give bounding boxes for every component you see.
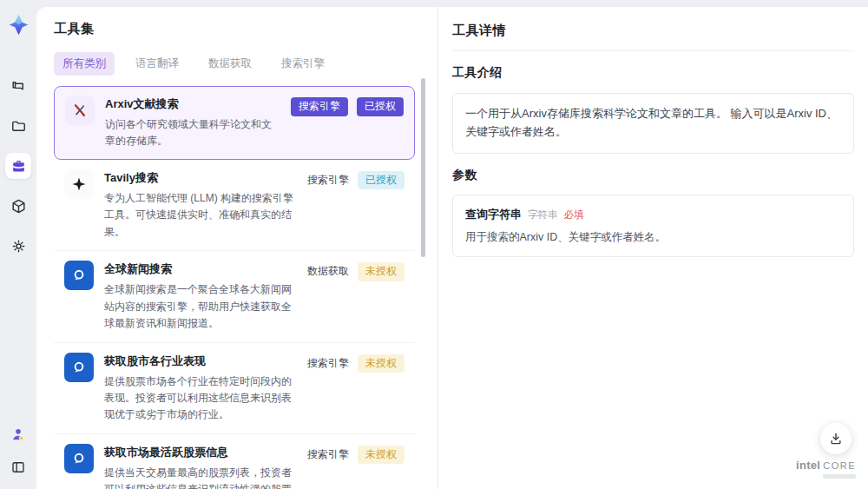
arxiv-logo-icon — [65, 96, 95, 125]
gear-icon[interactable] — [5, 233, 31, 259]
tool-name: 获取市场最活跃股票信息 — [104, 445, 297, 460]
page-title: 工具集 — [54, 21, 415, 37]
app-logo-icon[interactable] — [6, 12, 30, 36]
tool-name: 获取股市各行业表现 — [104, 354, 297, 369]
auth-status-badge: 未授权 — [358, 446, 404, 465]
brand-sub-badge — [823, 474, 856, 479]
parameter-type: 字符串 — [528, 208, 558, 221]
tool-details-panel: 工具详情 工具介绍 一个用于从Arxiv存储库搜索科学论文和文章的工具。 输入可… — [438, 7, 868, 489]
core-wordmark: CORE — [823, 460, 856, 471]
tool-intro-text: 一个用于从Arxiv存储库搜索科学论文和文章的工具。 输入可以是Arxiv ID… — [452, 93, 854, 154]
chat-icon[interactable] — [5, 73, 31, 99]
news-search-icon — [64, 261, 94, 290]
folder-icon[interactable] — [5, 113, 31, 139]
tool-item-tavily[interactable]: Tavily搜索 专为人工智能代理 (LLM) 构建的搜索引擎工具。可快速提供实… — [54, 160, 415, 251]
category-tabs: 所有类别 语言翻译 数据获取 搜索引擎 — [54, 52, 415, 76]
tool-item-global-news[interactable]: 全球新闻搜索 全球新闻搜索是一个聚合全球各大新闻网站内容的搜索引擎，帮助用户快速… — [54, 251, 415, 342]
tab-all-categories[interactable]: 所有类别 — [54, 52, 115, 76]
parameter-name: 查询字符串 — [465, 207, 522, 222]
tool-name: Tavily搜索 — [104, 170, 297, 186]
params-section-title: 参数 — [452, 168, 854, 183]
category-badge: 数据获取 — [307, 262, 349, 281]
tool-description: 访问各个研究领域大量科学论文和文章的存储库。 — [105, 116, 280, 150]
app-sidebar — [0, 0, 36, 489]
intel-core-logo: intel CORE — [796, 459, 856, 479]
auth-status-badge: 未授权 — [358, 262, 404, 281]
category-badge: 搜索引擎 — [291, 97, 348, 116]
tool-description: 专为人工智能代理 (LLM) 构建的搜索引擎工具。可快速提供实时、准确和真实的结… — [104, 190, 297, 241]
auth-status-badge: 已授权 — [358, 171, 404, 190]
tool-item-arxiv[interactable]: Arxiv文献搜索 访问各个研究领域大量科学论文和文章的存储库。 搜索引擎 已授… — [54, 86, 415, 160]
briefcase-icon[interactable] — [5, 153, 31, 179]
tool-description: 提供股票市场各个行业在特定时间段内的表现。投资者可以利用这些信息来识别表现优于或… — [104, 373, 297, 424]
tab-search-engine[interactable]: 搜索引擎 — [273, 52, 333, 76]
download-icon — [828, 431, 844, 446]
active-stocks-icon — [64, 444, 94, 473]
category-badge: 搜索引擎 — [307, 446, 349, 465]
tool-item-active-stocks[interactable]: 获取市场最活跃股票信息 提供当天交易量最高的股票列表，投资者可以利用这些信息来识… — [54, 434, 415, 489]
intel-wordmark: intel — [796, 459, 820, 472]
tavily-star-icon — [64, 169, 94, 199]
intro-section-title: 工具介绍 — [452, 65, 854, 81]
category-badge: 搜索引擎 — [307, 354, 349, 373]
tool-item-stock-sector[interactable]: 获取股市各行业表现 提供股票市场各个行业在特定时间段内的表现。投资者可以利用这些… — [54, 343, 415, 434]
parameter-description: 用于搜索的Arxiv ID、关键字或作者姓名。 — [465, 230, 841, 245]
tool-description: 全球新闻搜索是一个聚合全球各大新闻网站内容的搜索引擎，帮助用户快速获取全球最新资… — [104, 281, 297, 332]
tool-description: 提供当天交易量最高的股票列表，投资者可以利用这些信息来识别流动性强的股票和潜在的… — [104, 465, 297, 489]
parameter-card: 查询字符串 字符串 必填 用于搜索的Arxiv ID、关键字或作者姓名。 — [452, 195, 854, 257]
cube-icon[interactable] — [5, 193, 31, 219]
download-button[interactable] — [820, 423, 852, 454]
panel-toggle-icon[interactable] — [5, 454, 31, 480]
tool-list-panel: 工具集 所有类别 语言翻译 数据获取 搜索引擎 Arxiv文献搜索 访问各个研究… — [36, 7, 437, 489]
auth-status-badge: 已授权 — [357, 97, 404, 116]
sidebar-nav — [5, 73, 31, 259]
category-badge: 搜索引擎 — [307, 171, 349, 190]
details-title: 工具详情 — [452, 23, 854, 51]
list-scrollbar[interactable] — [421, 78, 425, 257]
tool-name: Arxiv文献搜索 — [105, 96, 280, 112]
tool-list: Arxiv文献搜索 访问各个研究领域大量科学论文和文章的存储库。 搜索引擎 已授… — [54, 86, 415, 489]
user-icon[interactable] — [5, 421, 31, 447]
parameter-required-flag: 必填 — [564, 208, 584, 221]
tool-name: 全球新闻搜索 — [104, 261, 297, 277]
auth-status-badge: 未授权 — [358, 354, 404, 373]
tab-data-acquisition[interactable]: 数据获取 — [200, 52, 260, 76]
main-panel: 工具集 所有类别 语言翻译 数据获取 搜索引擎 Arxiv文献搜索 访问各个研究… — [36, 7, 868, 489]
tab-translation[interactable]: 语言翻译 — [127, 52, 187, 76]
stock-sector-icon — [64, 353, 94, 382]
